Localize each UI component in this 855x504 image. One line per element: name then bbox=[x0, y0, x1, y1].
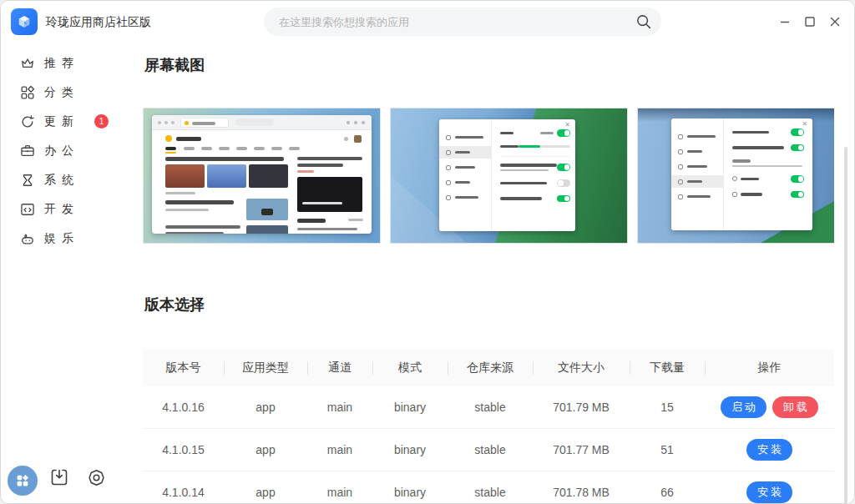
sidebar-item-system[interactable]: 系统 bbox=[1, 172, 124, 189]
sidebar-item-label: 更新 bbox=[44, 114, 79, 129]
app-title: 玲珑应用商店社区版 bbox=[46, 1, 151, 43]
cell-mode: binary bbox=[372, 401, 448, 414]
settings-window-preview: ✕ bbox=[439, 119, 575, 231]
minimize-button[interactable] bbox=[772, 9, 797, 34]
version-table: 版本号 应用类型 通道 模式 仓库来源 文件大小 下载量 操作 4.1.0.16… bbox=[143, 350, 834, 503]
sidebar-item-label: 开发 bbox=[44, 202, 79, 217]
app-window: 玲珑应用商店社区版 bbox=[0, 0, 855, 504]
column-header-actions: 操作 bbox=[705, 350, 834, 386]
cell-channel: main bbox=[307, 401, 372, 414]
table-row: 4.1.0.14 app main binary stable 701.78 M… bbox=[143, 471, 834, 503]
cell-repo: stable bbox=[448, 486, 533, 499]
install-button[interactable]: 安装 bbox=[746, 439, 792, 461]
cell-size: 701.79 MB bbox=[533, 401, 630, 414]
column-header-repo: 仓库来源 bbox=[448, 350, 533, 386]
dock-download-button[interactable] bbox=[49, 467, 69, 491]
column-header-size: 文件大小 bbox=[533, 350, 630, 386]
column-header-mode: 模式 bbox=[372, 350, 448, 386]
table-row: 4.1.0.15 app main binary stable 701.77 M… bbox=[143, 429, 834, 471]
sidebar-item-categories[interactable]: 分类 bbox=[1, 84, 124, 101]
window-controls bbox=[772, 1, 847, 43]
cell-type: app bbox=[224, 443, 307, 456]
cell-downloads: 15 bbox=[630, 401, 705, 414]
download-tray-icon bbox=[49, 467, 69, 487]
screenshots-heading: 屏幕截图 bbox=[144, 55, 205, 75]
cell-version: 4.1.0.16 bbox=[143, 401, 224, 414]
vertical-scrollbar[interactable] bbox=[844, 147, 847, 503]
cell-repo: stable bbox=[448, 401, 533, 414]
sidebar-item-recommended[interactable]: 推荐 bbox=[1, 55, 124, 72]
settings-window-preview: ✕ bbox=[671, 118, 812, 230]
sidebar-item-label: 娱乐 bbox=[44, 231, 79, 246]
game-rabbit-icon bbox=[19, 230, 36, 247]
apps-grid-icon bbox=[15, 473, 30, 488]
sidebar-item-office[interactable]: 办公 bbox=[1, 143, 124, 159]
browser-window-preview bbox=[152, 115, 372, 234]
sidebar-item-label: 系统 bbox=[44, 173, 79, 188]
column-header-downloads: 下载量 bbox=[630, 350, 705, 386]
cell-size: 701.77 MB bbox=[533, 443, 630, 456]
cell-actions: 安装 bbox=[705, 439, 834, 461]
screenshot-thumbnail-1[interactable] bbox=[143, 108, 381, 244]
column-header-channel: 通道 bbox=[307, 350, 372, 386]
code-window-icon bbox=[19, 201, 36, 218]
cell-downloads: 66 bbox=[630, 486, 705, 499]
search-box bbox=[264, 8, 661, 36]
main-content: 屏幕截图 bbox=[124, 43, 854, 503]
cell-repo: stable bbox=[448, 443, 533, 456]
dock-apps-button[interactable] bbox=[8, 466, 38, 496]
screenshot-thumbnail-2[interactable]: ✕ bbox=[390, 108, 628, 244]
sidebar-item-label: 办公 bbox=[44, 144, 79, 159]
cube-icon bbox=[16, 13, 33, 30]
cell-version: 4.1.0.15 bbox=[143, 443, 224, 456]
hourglass-icon bbox=[19, 172, 36, 189]
maximize-button[interactable] bbox=[797, 9, 822, 34]
version-table-header: 版本号 应用类型 通道 模式 仓库来源 文件大小 下载量 操作 bbox=[143, 350, 834, 386]
topbar: 玲珑应用商店社区版 bbox=[1, 1, 854, 43]
sidebar-item-label: 推荐 bbox=[44, 56, 79, 71]
install-button[interactable]: 安装 bbox=[746, 481, 792, 503]
cell-channel: main bbox=[307, 486, 372, 499]
cell-downloads: 51 bbox=[630, 443, 705, 456]
cell-actions: 启动 卸载 bbox=[705, 396, 834, 418]
cell-size: 701.78 MB bbox=[533, 486, 630, 499]
crown-icon bbox=[19, 55, 36, 72]
uninstall-button[interactable]: 卸载 bbox=[772, 396, 818, 418]
category-grid-icon bbox=[19, 84, 36, 101]
sidebar-item-entertainment[interactable]: 娱乐 bbox=[1, 230, 124, 247]
search-icon[interactable] bbox=[635, 13, 653, 31]
versions-heading: 版本选择 bbox=[144, 295, 205, 315]
app-logo bbox=[11, 8, 38, 35]
sidebar-item-development[interactable]: 开发 bbox=[1, 201, 124, 218]
cell-mode: binary bbox=[372, 443, 448, 456]
gear-icon bbox=[87, 468, 106, 487]
cell-channel: main bbox=[307, 443, 372, 456]
briefcase-icon bbox=[19, 143, 36, 159]
table-row: 4.1.0.16 app main binary stable 701.79 M… bbox=[143, 386, 834, 429]
maximize-icon bbox=[804, 16, 816, 28]
column-header-version: 版本号 bbox=[143, 350, 224, 386]
launch-button[interactable]: 启动 bbox=[721, 396, 766, 418]
search-input[interactable] bbox=[279, 8, 630, 36]
update-count-badge: 1 bbox=[94, 114, 109, 129]
screenshot-thumbnail-3[interactable]: ✕ bbox=[637, 108, 834, 244]
dock-settings-button[interactable] bbox=[87, 468, 106, 491]
refresh-icon bbox=[19, 113, 36, 130]
close-icon bbox=[829, 16, 841, 28]
cell-type: app bbox=[224, 486, 307, 499]
screenshots-row: ✕ bbox=[143, 108, 834, 244]
column-header-type: 应用类型 bbox=[224, 350, 307, 386]
cell-type: app bbox=[224, 401, 307, 414]
sidebar-item-label: 分类 bbox=[44, 85, 79, 100]
cell-actions: 安装 bbox=[705, 481, 834, 503]
sidebar-item-updates[interactable]: 更新 1 bbox=[1, 113, 124, 130]
close-button[interactable] bbox=[822, 9, 847, 34]
cell-version: 4.1.0.14 bbox=[143, 486, 224, 499]
cell-mode: binary bbox=[372, 486, 448, 499]
sidebar: 推荐 分类 更新 1 办公 系统 bbox=[1, 43, 124, 503]
minimize-icon bbox=[779, 16, 791, 28]
